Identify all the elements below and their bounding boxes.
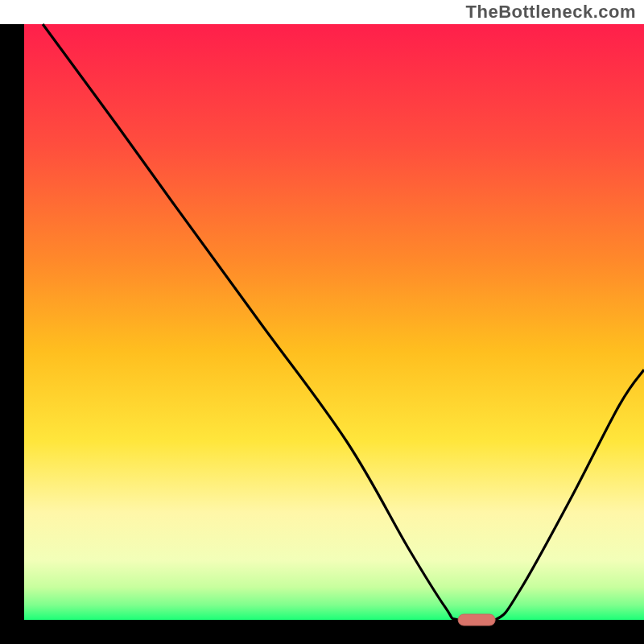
optimum-marker [458,614,495,625]
chart-stage: TheBottleneck.com [0,0,644,644]
plot-background [24,24,644,620]
watermark-text: TheBottleneck.com [466,2,636,23]
bottleneck-chart [0,0,644,644]
